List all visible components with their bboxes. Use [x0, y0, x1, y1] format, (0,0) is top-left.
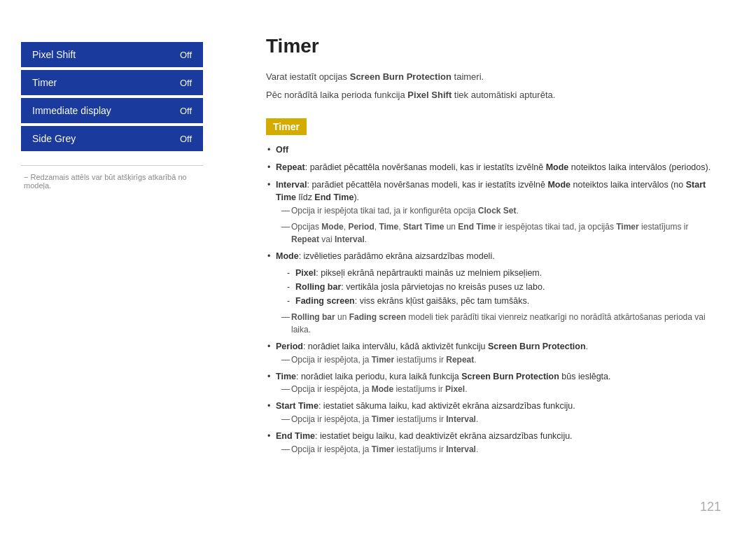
list-item-mode: Mode: izvēlieties parādāmo ekrāna aizsar… [266, 250, 714, 336]
menu-item-immediate-display[interactable]: Immediate display Off [21, 98, 203, 123]
menu-value-immediate-display: Off [180, 106, 192, 116]
mode-sub-list: Pixel: pikseļi ekrānā nepārtraukti mainā… [286, 266, 714, 308]
section-heading: Timer [266, 118, 307, 135]
menu-value-side-grey: Off [180, 134, 192, 144]
menu-label-side-grey: Side Grey [32, 133, 76, 144]
intro-line-1: Varat iestatīt opcijas Screen Burn Prote… [266, 70, 714, 84]
note-rolling-fading: Rolling bar un Fading screen modeli tiek… [276, 311, 714, 336]
menu-value-pixel-shift: Off [180, 50, 192, 60]
sub-fading-screen: Fading screen: viss ekrāns kļūst gaišāks… [286, 294, 714, 308]
intro-line-2: Pēc norādītā laika perioda funkcija Pixe… [266, 88, 714, 102]
sub-pixel: Pixel: pikseļi ekrānā nepārtraukti mainā… [286, 266, 714, 280]
list-item-period: Period: norādiet laika intervālu, kādā a… [266, 340, 714, 366]
menu-value-timer: Off [180, 78, 192, 88]
menu-item-side-grey[interactable]: Side Grey Off [21, 126, 203, 151]
menu-label-pixel-shift: Pixel Shift [32, 49, 76, 60]
note-start-time: Opcija ir iespējota, ja Timer iestatījum… [276, 413, 714, 426]
note-period: Opcija ir iespējota, ja Timer iestatījum… [276, 353, 714, 366]
note-time: Opcija ir iespējota, ja Mode iestatījums… [276, 383, 714, 395]
menu-item-timer[interactable]: Timer Off [21, 70, 203, 95]
menu-label-immediate-display: Immediate display [32, 105, 111, 116]
list-item-end-time: End Time: iestatiet beigu laiku, kad dea… [266, 430, 714, 456]
main-content: Timer Varat iestatīt opcijas Screen Burn… [224, 0, 756, 534]
page-number: 121 [700, 500, 721, 514]
sidebar-divider [21, 165, 203, 166]
menu-label-timer: Timer [32, 77, 57, 88]
sidebar: Pixel Shift Off Timer Off Immediate disp… [0, 0, 224, 534]
page-title: Timer [266, 35, 714, 57]
sidebar-note: − Redzamais attēls var būt atšķirīgs atk… [21, 173, 203, 190]
note-end-time: Opcija ir iespējota, ja Timer iestatījum… [276, 443, 714, 456]
list-item-time: Time: norādiet laika periodu, kura laikā… [266, 370, 714, 396]
list-item-repeat: Repeat: parādiet pēcattēla novēršanas mo… [266, 161, 714, 174]
content-list: Off Repeat: parādiet pēcattēla novēršana… [266, 143, 714, 456]
sub-rolling-bar: Rolling bar: vertikāla josla pārvietojas… [286, 280, 714, 294]
menu-item-pixel-shift[interactable]: Pixel Shift Off [21, 42, 203, 67]
note-repeat-interval: Opcijas Mode, Period, Time, Start Time u… [276, 220, 714, 246]
list-item-off: Off [266, 143, 714, 157]
list-item-start-time: Start Time: iestatiet sākuma laiku, kad … [266, 400, 714, 426]
note-clock-set: Opcija ir iespējota tikai tad, ja ir kon… [276, 204, 714, 217]
list-item-interval: Interval: parādiet pēcattēla novēršanas … [266, 178, 714, 246]
